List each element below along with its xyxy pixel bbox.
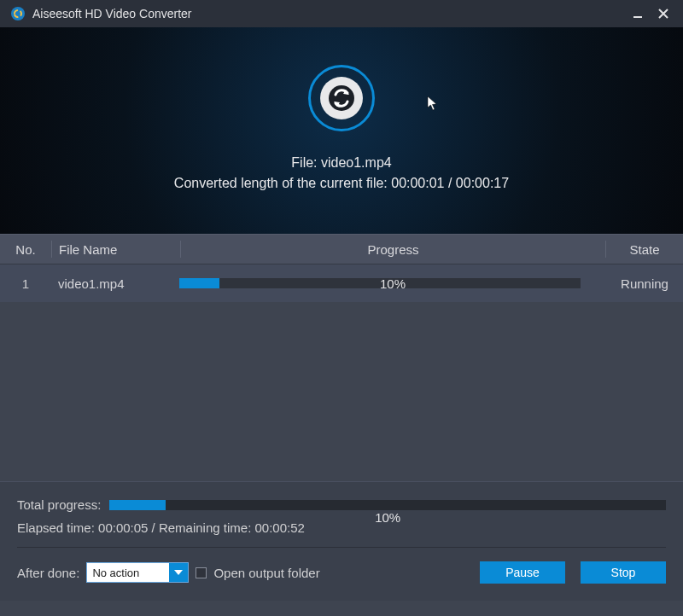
svg-rect-1 — [633, 16, 642, 18]
total-progress-fill — [109, 500, 165, 510]
close-button[interactable] — [654, 4, 673, 23]
footer-divider — [17, 547, 666, 548]
after-done-select[interactable]: No action — [86, 562, 189, 583]
total-progress-pct: 10% — [109, 510, 666, 525]
total-progress-label: Total progress: — [17, 497, 101, 512]
total-progress-bar: 10% — [109, 500, 666, 510]
col-header-state: State — [606, 242, 683, 257]
minimize-button[interactable] — [628, 4, 647, 23]
stop-button[interactable]: Stop — [581, 561, 666, 584]
footer-panel: Total progress: 10% Elapsed time: 00:00:… — [0, 481, 683, 601]
row-state: Running — [606, 276, 683, 291]
after-done-value: No action — [92, 567, 139, 579]
conversion-status-panel: File: video1.mp4 Converted length of the… — [0, 27, 683, 234]
after-done-label: After done: — [17, 566, 79, 580]
current-file-label: File: video1.mp4 — [291, 155, 391, 171]
row-progress-label: 10% — [179, 276, 606, 291]
app-logo-icon — [10, 6, 26, 21]
row-filename: video1.mp4 — [51, 276, 179, 291]
row-number: 1 — [0, 276, 51, 291]
titlebar: Aiseesoft HD Video Converter — [0, 0, 683, 27]
svg-point-0 — [11, 7, 25, 20]
file-table-header: No. File Name Progress State — [0, 234, 683, 264]
pause-button[interactable]: Pause — [480, 561, 565, 584]
chevron-down-icon — [169, 563, 188, 582]
col-header-progress: Progress — [181, 242, 605, 257]
app-title: Aiseesoft HD Video Converter — [32, 7, 192, 20]
table-row[interactable]: 1 video1.mp4 10% Running — [0, 264, 683, 302]
cursor-icon — [427, 96, 439, 114]
convert-icon — [308, 65, 375, 131]
col-header-name: File Name — [52, 242, 180, 257]
row-progress: 10% — [179, 278, 606, 288]
file-list-empty-area — [0, 302, 683, 481]
converted-length-label: Converted length of the current file: 00… — [174, 176, 509, 191]
open-output-checkbox[interactable] — [196, 567, 207, 578]
col-header-no: No. — [0, 242, 51, 257]
open-output-label: Open output folder — [213, 566, 319, 580]
